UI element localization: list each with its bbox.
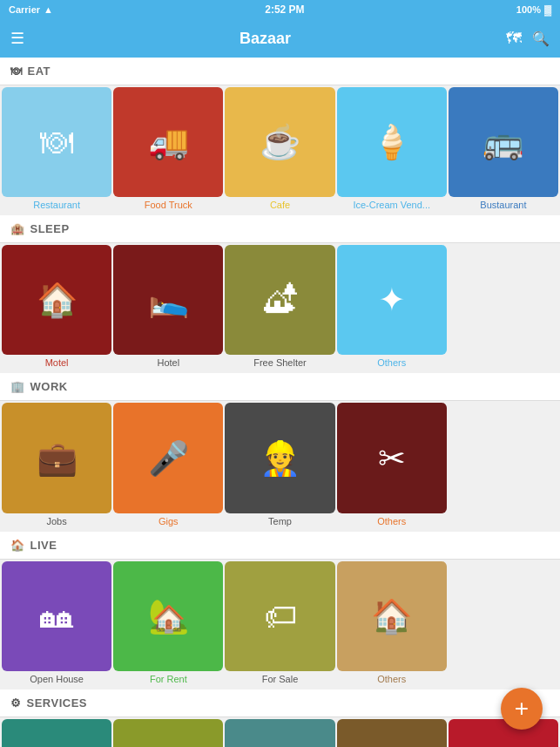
motel-label: Motel: [45, 357, 69, 371]
foodtruck-icon: 🚚: [148, 126, 189, 159]
status-right: 100% ▓: [516, 4, 551, 15]
services-grid: 🔧 Plumber ⚡ Electrician 💻 Computer/IT 🔩 …: [0, 717, 560, 747]
openhouse-label: Open House: [30, 674, 84, 688]
tile-hotel[interactable]: 🛌 Hotel: [113, 245, 223, 371]
live-icon: 🏠: [10, 539, 25, 552]
gigs-label: Gigs: [159, 516, 179, 530]
status-left: Carrier ▲: [9, 4, 53, 15]
section-services: ⚙ SERVICES 🔧 Plumber ⚡ Electrician 💻 Com…: [0, 689, 560, 747]
tile-cafe[interactable]: ☕ Cafe: [225, 87, 334, 214]
forrent-label: For Rent: [150, 674, 187, 688]
work-others-label: Others: [377, 516, 406, 530]
nav-right: 🗺 🔍: [506, 30, 550, 48]
app-title: Bazaar: [240, 30, 291, 48]
cafe-icon: ☕: [260, 126, 300, 159]
gigs-icon: 🎤: [148, 442, 189, 475]
shelter-label: Free Shelter: [253, 357, 307, 371]
work-grid: 💼 Jobs 🎤 Gigs 👷 Temp ✂ Others: [0, 401, 560, 531]
restaurant-label: Restaurant: [33, 200, 80, 214]
jobs-label: Jobs: [46, 516, 66, 530]
tile-motel[interactable]: 🏠 Motel: [2, 245, 111, 371]
menu-icon[interactable]: ☰: [10, 29, 24, 48]
tile-restaurant[interactable]: 🍽 Restaurant: [2, 87, 111, 214]
sleep-icon: 🏨: [10, 222, 25, 235]
shelter-icon: 🏕: [264, 283, 297, 316]
cafe-label: Cafe: [270, 200, 290, 214]
sleep-others-icon: ✦: [378, 283, 406, 316]
forsale-icon: 🏷: [264, 600, 297, 633]
eat-label: EAT: [28, 65, 51, 78]
services-icon: ⚙: [10, 696, 22, 710]
section-header-services: ⚙ SERVICES: [0, 689, 560, 717]
map-icon[interactable]: 🗺: [506, 30, 522, 48]
work-icon: 🏢: [10, 380, 25, 393]
sleep-label: SLEEP: [30, 222, 70, 235]
wifi-icon: ▲: [44, 4, 53, 15]
section-sleep: 🏨 SLEEP 🏠 Motel 🛌 Hotel 🏕 Free Shelter ✦: [0, 215, 560, 373]
tile-live-others[interactable]: 🏠 Others: [337, 561, 447, 688]
live-others-icon: 🏠: [371, 600, 412, 633]
tile-sleep-others[interactable]: ✦ Others: [337, 245, 447, 371]
status-bar: Carrier ▲ 2:52 PM 100% ▓: [0, 0, 560, 19]
eat-grid: 🍽 Restaurant 🚚 Food Truck ☕ Cafe 🍦 Ice-C…: [0, 85, 560, 215]
tile-jobs[interactable]: 💼 Jobs: [2, 403, 111, 529]
services-label: SERVICES: [27, 696, 88, 710]
bustaurant-icon: 🚌: [482, 126, 523, 159]
tile-bustaurant[interactable]: 🚌 Bustaurant: [449, 87, 558, 214]
icecream-icon: 🍦: [371, 126, 412, 159]
tile-computerit[interactable]: 💻 Computer/IT: [225, 719, 334, 747]
tile-freeshelter[interactable]: 🏕 Free Shelter: [225, 245, 334, 371]
section-header-sleep: 🏨 SLEEP: [0, 215, 560, 243]
icecream-label: Ice-Cream Vend...: [353, 200, 430, 214]
battery-icon: ▓: [544, 4, 551, 15]
hotel-label: Hotel: [157, 357, 179, 371]
live-grid: 🏘 Open House 🏡 For Rent 🏷 For Sale 🏠 Oth…: [0, 560, 560, 689]
nav-bar: ☰ Bazaar 🗺 🔍: [0, 19, 560, 58]
tile-gigs[interactable]: 🎤 Gigs: [113, 403, 223, 529]
tile-foodtruck[interactable]: 🚚 Food Truck: [113, 87, 223, 214]
fab-button[interactable]: +: [501, 688, 543, 730]
tile-forrent[interactable]: 🏡 For Rent: [113, 561, 223, 688]
tile-plumber[interactable]: 🔧 Plumber: [2, 719, 111, 747]
jobs-icon: 💼: [37, 442, 78, 475]
section-work: 🏢 WORK 💼 Jobs 🎤 Gigs 👷 Temp ✂ Others: [0, 373, 560, 531]
eat-icon: 🍽: [10, 65, 23, 78]
tile-temp[interactable]: 👷 Temp: [225, 403, 334, 529]
tile-forsale[interactable]: 🏷 For Sale: [225, 561, 334, 688]
tile-autoemerg[interactable]: 🔩 Auto Emergency: [337, 719, 447, 747]
tile-icecream[interactable]: 🍦 Ice-Cream Vend...: [337, 87, 447, 214]
battery-label: 100%: [516, 4, 541, 15]
forsale-label: For Sale: [262, 674, 299, 688]
tile-electrician[interactable]: ⚡ Electrician: [113, 719, 223, 747]
live-others-label: Others: [377, 674, 406, 688]
section-live: 🏠 LIVE 🏘 Open House 🏡 For Rent 🏷 For Sal…: [0, 532, 560, 689]
time-label: 2:52 PM: [265, 3, 304, 16]
section-eat: 🍽 EAT 🍽 Restaurant 🚚 Food Truck ☕ Cafe: [0, 58, 560, 215]
section-header-eat: 🍽 EAT: [0, 58, 560, 85]
sleep-others-label: Others: [377, 357, 406, 371]
temp-label: Temp: [268, 516, 292, 530]
openhouse-icon: 🏘: [40, 600, 73, 633]
tile-openhouse[interactable]: 🏘 Open House: [2, 561, 111, 688]
restaurant-icon: 🍽: [40, 126, 73, 159]
bustaurant-label: Bustaurant: [480, 200, 526, 214]
temp-icon: 👷: [260, 442, 300, 475]
foodtruck-label: Food Truck: [145, 200, 192, 214]
fab-container: +: [501, 688, 543, 730]
nav-left: ☰: [10, 29, 24, 48]
section-header-live: 🏠 LIVE: [0, 532, 560, 560]
tile-work-others[interactable]: ✂ Others: [337, 403, 447, 529]
section-header-work: 🏢 WORK: [0, 373, 560, 401]
carrier-label: Carrier: [9, 4, 40, 15]
search-icon[interactable]: 🔍: [532, 31, 550, 47]
work-label: WORK: [30, 380, 68, 393]
hotel-icon: 🛌: [148, 283, 189, 316]
sleep-grid: 🏠 Motel 🛌 Hotel 🏕 Free Shelter ✦ Others: [0, 243, 560, 373]
work-others-icon: ✂: [378, 442, 406, 475]
live-label: LIVE: [30, 539, 57, 552]
motel-icon: 🏠: [37, 283, 78, 316]
forrent-icon: 🏡: [148, 600, 189, 633]
